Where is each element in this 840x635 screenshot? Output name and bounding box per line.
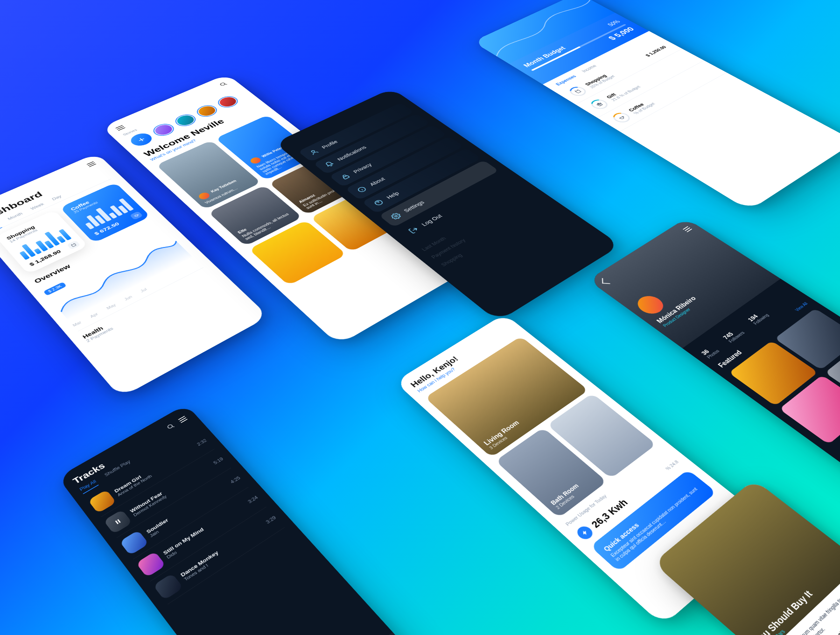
tracks-screen: Tracks Play All Shuffle Play Dream GirlA… xyxy=(58,404,413,635)
help-icon xyxy=(372,198,385,207)
tab-week[interactable]: Week xyxy=(30,202,45,211)
back-icon[interactable] xyxy=(602,278,610,284)
logout-icon xyxy=(407,226,420,234)
bag-icon xyxy=(567,85,589,98)
tab-month[interactable]: Month xyxy=(7,212,24,221)
stat-photos[interactable]: 36Photos xyxy=(700,344,721,359)
stat-following[interactable]: 194Following xyxy=(746,309,770,325)
coffee-icon xyxy=(610,111,633,125)
budget-pct: 50% xyxy=(606,19,622,27)
svg-point-1 xyxy=(311,150,315,152)
pause-icon xyxy=(113,517,123,526)
stat-followers[interactable]: 745Followers xyxy=(721,326,745,344)
svg-rect-2 xyxy=(343,176,350,179)
svg-rect-9 xyxy=(115,521,119,524)
svg-point-5 xyxy=(394,215,398,218)
add-story-button[interactable]: + xyxy=(127,131,155,148)
menu-icon[interactable] xyxy=(115,125,125,131)
search-icon[interactable] xyxy=(218,81,228,87)
menu-icon[interactable] xyxy=(178,416,188,423)
lock-icon xyxy=(339,173,352,181)
story-avatar[interactable] xyxy=(214,94,241,110)
view-all-link[interactable]: View All xyxy=(794,301,809,312)
tab-year[interactable]: Year xyxy=(0,222,0,230)
story-avatar[interactable] xyxy=(150,121,178,138)
story-avatar[interactable] xyxy=(172,112,199,128)
power-pct: % 24.8 xyxy=(665,459,679,471)
budget-screen: Month Budget 50% $ 5,000 Expenses Income… xyxy=(473,0,840,211)
bell-icon xyxy=(323,160,336,168)
menu-icon[interactable] xyxy=(683,226,692,232)
info-icon xyxy=(355,185,368,194)
tab-day[interactable]: Day xyxy=(51,194,62,201)
story-avatar[interactable] xyxy=(193,103,221,119)
search-icon[interactable] xyxy=(165,423,176,431)
svg-rect-10 xyxy=(117,519,120,523)
svg-point-0 xyxy=(220,83,226,86)
svg-point-8 xyxy=(167,424,173,429)
gear-icon xyxy=(389,212,403,221)
gift-icon xyxy=(588,98,611,111)
user-icon xyxy=(308,148,320,156)
bolt-icon xyxy=(574,524,595,542)
